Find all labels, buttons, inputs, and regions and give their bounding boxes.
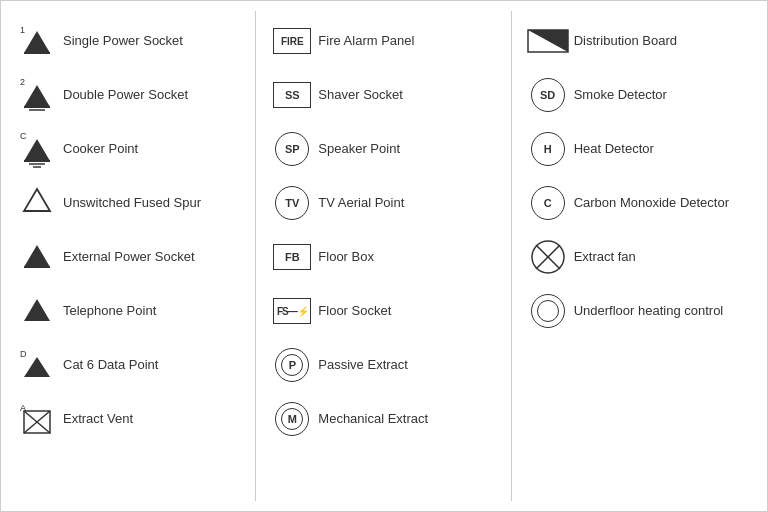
list-item: FIRE Fire Alarm Panel (266, 19, 500, 63)
floor-box-label: Floor Box (318, 249, 500, 266)
m-double-circle: M (275, 402, 309, 436)
extract-vent-label: Extract Vent (63, 411, 245, 428)
external-power-socket-icon (11, 239, 63, 275)
fire-alarm-panel-label: Fire Alarm Panel (318, 33, 500, 50)
list-item: 2 Double Power Socket (11, 73, 245, 117)
double-power-socket-icon: 2 (11, 75, 63, 115)
svg-marker-14 (24, 245, 50, 267)
unswitched-fused-spur-icon (11, 185, 63, 221)
distribution-board-icon (522, 26, 574, 56)
svg-marker-1 (24, 31, 50, 53)
svg-text:C: C (20, 131, 27, 141)
column-3: Distribution Board SD Smoke Detector H H… (512, 11, 767, 501)
legend-container: 1 Single Power Socket 2 Double Power Soc… (0, 0, 768, 512)
svg-marker-4 (24, 85, 50, 107)
p-inner-circle: P (281, 354, 303, 376)
list-item: 1 Single Power Socket (11, 19, 245, 63)
svg-marker-18 (24, 357, 50, 377)
fire-alarm-panel-icon: FIRE (266, 28, 318, 54)
tv-aerial-point-label: TV Aerial Point (318, 195, 500, 212)
floor-box-icon: FB (266, 244, 318, 270)
single-power-socket-icon: 1 (11, 23, 63, 59)
mechanical-extract-label: Mechanical Extract (318, 411, 500, 428)
list-item: Unswitched Fused Spur (11, 181, 245, 225)
list-item: A Extract Vent (11, 397, 245, 441)
p-double-circle: P (275, 348, 309, 382)
fb-box: FB (273, 244, 311, 270)
list-item: FS—⚡ Floor Socket (266, 289, 500, 333)
floor-socket-icon: FS—⚡ (266, 298, 318, 324)
unswitched-fused-spur-label: Unswitched Fused Spur (63, 195, 245, 212)
svg-text:1: 1 (20, 25, 25, 35)
sd-circle: SD (531, 78, 565, 112)
cooker-point-icon: C (11, 129, 63, 169)
smoke-detector-icon: SD (522, 78, 574, 112)
shaver-socket-label: Shaver Socket (318, 87, 500, 104)
c-circle: C (531, 186, 565, 220)
heat-detector-icon: H (522, 132, 574, 166)
fs-box: FS—⚡ (273, 298, 311, 324)
list-item: SS Shaver Socket (266, 73, 500, 117)
list-item: C Cooker Point (11, 127, 245, 171)
column-2: FIRE Fire Alarm Panel SS Shaver Socket S… (256, 11, 511, 501)
single-power-socket-label: Single Power Socket (63, 33, 245, 50)
external-power-socket-label: External Power Socket (63, 249, 245, 266)
list-item: Telephone Point (11, 289, 245, 333)
carbon-monoxide-detector-icon: C (522, 186, 574, 220)
distribution-board-label: Distribution Board (574, 33, 757, 50)
smoke-detector-label: Smoke Detector (574, 87, 757, 104)
underfloor-double-circle (531, 294, 565, 328)
fire-box: FIRE (273, 28, 311, 54)
sp-circle: SP (275, 132, 309, 166)
speaker-point-icon: SP (266, 132, 318, 166)
ss-box: SS (273, 82, 311, 108)
extract-vent-icon: A (11, 401, 63, 437)
passive-extract-icon: P (266, 348, 318, 382)
list-item: FB Floor Box (266, 235, 500, 279)
list-item: SP Speaker Point (266, 127, 500, 171)
floor-socket-label: Floor Socket (318, 303, 500, 320)
extract-fan-label: Extract fan (574, 249, 757, 266)
underfloor-heating-control-label: Underfloor heating control (574, 303, 757, 320)
list-item: C Carbon Monoxide Detector (522, 181, 757, 225)
m-inner-circle: M (281, 408, 303, 430)
mechanical-extract-icon: M (266, 402, 318, 436)
cooker-point-label: Cooker Point (63, 141, 245, 158)
list-item: D Cat 6 Data Point (11, 343, 245, 387)
speaker-point-label: Speaker Point (318, 141, 500, 158)
list-item: External Power Socket (11, 235, 245, 279)
underfloor-heating-control-icon (522, 294, 574, 328)
tv-aerial-point-icon: TV (266, 186, 318, 220)
list-item: Underfloor heating control (522, 289, 757, 333)
list-item: Extract fan (522, 235, 757, 279)
heat-detector-label: Heat Detector (574, 141, 757, 158)
svg-marker-12 (24, 189, 50, 211)
h-circle: H (531, 132, 565, 166)
cat6-data-point-icon: D (11, 347, 63, 383)
extract-fan-icon (522, 238, 574, 276)
cat6-data-point-label: Cat 6 Data Point (63, 357, 245, 374)
svg-marker-8 (24, 139, 50, 161)
list-item: Distribution Board (522, 19, 757, 63)
list-item: M Mechanical Extract (266, 397, 500, 441)
underfloor-inner-circle (537, 300, 559, 322)
column-1: 1 Single Power Socket 2 Double Power Soc… (1, 11, 256, 501)
list-item: TV TV Aerial Point (266, 181, 500, 225)
svg-marker-16 (24, 299, 50, 321)
svg-text:2: 2 (20, 77, 25, 87)
shaver-socket-icon: SS (266, 82, 318, 108)
passive-extract-label: Passive Extract (318, 357, 500, 374)
list-item: SD Smoke Detector (522, 73, 757, 117)
telephone-point-label: Telephone Point (63, 303, 245, 320)
carbon-monoxide-detector-label: Carbon Monoxide Detector (574, 195, 757, 212)
double-power-socket-label: Double Power Socket (63, 87, 245, 104)
list-item: H Heat Detector (522, 127, 757, 171)
svg-text:D: D (20, 349, 27, 359)
tv-circle: TV (275, 186, 309, 220)
list-item: P Passive Extract (266, 343, 500, 387)
telephone-point-icon (11, 293, 63, 329)
